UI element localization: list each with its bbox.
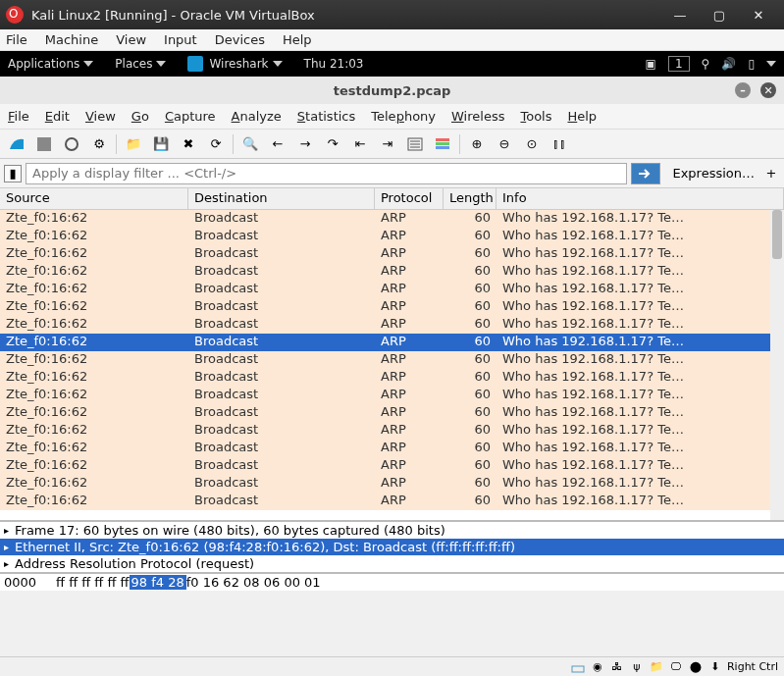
packet-row[interactable]: Zte_f0:16:62BroadcastARP60Who has 192.16… [0, 298, 784, 316]
vbox-menu-machine[interactable]: Machine [45, 32, 98, 47]
packet-row[interactable]: Zte_f0:16:62BroadcastARP60Who has 192.16… [0, 493, 784, 510]
gnome-places-menu[interactable]: Places [115, 57, 166, 71]
shared-folder-icon[interactable]: 📁 [649, 659, 664, 675]
resize-columns-icon[interactable]: ⫿⫿ [547, 132, 572, 156]
restart-button[interactable] [59, 132, 84, 156]
packet-row[interactable]: Zte_f0:16:62BroadcastARP60Who has 192.16… [0, 369, 784, 387]
ws-menu-help[interactable]: Help [567, 109, 597, 124]
vbox-menu-devices[interactable]: Devices [215, 32, 265, 47]
display-filter-input[interactable] [26, 163, 627, 184]
last-icon[interactable]: ⇥ [375, 132, 400, 156]
vbox-close-button[interactable]: ✕ [739, 0, 778, 29]
packet-row[interactable]: Zte_f0:16:62BroadcastARP60Who has 192.16… [0, 404, 784, 422]
packet-bytes-pane[interactable]: 0000 ff ff ff ff ff ff 98 f4 28 f0 16 62… [0, 572, 784, 591]
detail-row[interactable]: ▸Frame 17: 60 bytes on wire (480 bits), … [0, 522, 784, 539]
packet-row[interactable]: Zte_f0:16:62BroadcastARP60Who has 192.16… [0, 316, 784, 334]
packet-list-scrollbar[interactable] [770, 210, 784, 520]
gnome-top-panel: Applications Places Wireshark Thu 21:03 … [0, 51, 784, 77]
volume-icon[interactable]: 🔊 [721, 57, 736, 71]
zoom-reset-icon[interactable]: ⊙ [519, 132, 545, 156]
packet-row[interactable]: Zte_f0:16:62BroadcastARP60Who has 192.16… [0, 245, 784, 263]
packet-row[interactable]: Zte_f0:16:62BroadcastARP60Who has 192.16… [0, 457, 784, 475]
packet-row[interactable]: Zte_f0:16:62BroadcastARP60Who has 192.16… [0, 281, 784, 298]
svg-rect-0 [37, 137, 51, 151]
packet-row[interactable]: Zte_f0:16:62BroadcastARP60Who has 192.16… [0, 334, 784, 351]
column-length[interactable]: Length [444, 188, 497, 209]
battery-icon[interactable]: ▯ [748, 57, 755, 71]
fin-icon[interactable] [4, 132, 29, 156]
camera-icon[interactable]: ▣ [646, 57, 656, 71]
column-source[interactable]: Source [0, 188, 188, 209]
host-key-icon[interactable]: ⬇ [707, 659, 723, 675]
zoom-out-icon[interactable]: ⊖ [492, 132, 517, 156]
packet-row[interactable]: Zte_f0:16:62BroadcastARP60Who has 192.16… [0, 210, 784, 228]
filter-bookmark-icon[interactable]: ▮ [4, 165, 22, 182]
vbox-menu-input[interactable]: Input [164, 32, 197, 47]
first-icon[interactable]: ⇤ [347, 132, 373, 156]
packet-row[interactable]: Zte_f0:16:62BroadcastARP60Who has 192.16… [0, 422, 784, 440]
packet-row[interactable]: Zte_f0:16:62BroadcastARP60Who has 192.16… [0, 228, 784, 245]
wireshark-minimize-button[interactable]: – [735, 82, 751, 98]
packet-row[interactable]: Zte_f0:16:62BroadcastARP60Who has 192.16… [0, 351, 784, 369]
packet-row[interactable]: Zte_f0:16:62BroadcastARP60Who has 192.16… [0, 263, 784, 281]
goto-icon[interactable]: ↷ [320, 132, 345, 156]
column-info[interactable]: Info [497, 188, 784, 209]
packet-row[interactable]: Zte_f0:16:62BroadcastARP60Who has 192.16… [0, 475, 784, 493]
vbox-minimize-button[interactable]: — [660, 0, 700, 29]
ws-menu-tools[interactable]: Tools [520, 109, 551, 124]
packet-row[interactable]: Zte_f0:16:62BroadcastARP60Who has 192.16… [0, 440, 784, 457]
packet-row[interactable]: Zte_f0:16:62BroadcastARP60Who has 192.16… [0, 387, 784, 404]
vbox-menu-view[interactable]: View [116, 32, 146, 47]
vbox-menu-help[interactable]: Help [283, 32, 312, 47]
vbox-titlebar: Kali Linux2 [Running] - Oracle VM Virtua… [0, 0, 784, 29]
ws-menu-telephony[interactable]: Telephony [371, 109, 436, 124]
vbox-menu-file[interactable]: File [6, 32, 27, 47]
ws-menu-file[interactable]: File [8, 109, 29, 124]
ws-menu-go[interactable]: Go [131, 109, 149, 124]
colorize-icon[interactable] [430, 132, 455, 156]
optical-icon[interactable]: ◉ [590, 659, 605, 675]
open-icon[interactable]: 📁 [121, 132, 146, 156]
prev-icon[interactable]: ← [265, 132, 290, 156]
display-icon[interactable]: 🖵 [668, 659, 684, 675]
column-destination[interactable]: Destination [188, 188, 375, 209]
scrollbar-thumb[interactable] [772, 210, 782, 259]
expand-icon[interactable]: ▸ [4, 542, 9, 552]
close-file-icon[interactable]: ✖ [176, 132, 201, 156]
usb-icon[interactable]: ψ [629, 659, 645, 675]
next-icon[interactable]: → [292, 132, 318, 156]
hdd-icon[interactable] [570, 659, 586, 675]
workspace-indicator[interactable]: 1 [668, 56, 690, 72]
vbox-maximize-button[interactable]: ▢ [700, 0, 739, 29]
options-icon[interactable]: ⚙ [86, 132, 112, 156]
gnome-applications-menu[interactable]: Applications [8, 57, 93, 71]
gnome-current-app[interactable]: Wireshark [187, 56, 282, 72]
reload-icon[interactable]: ⟳ [203, 132, 229, 156]
detail-row[interactable]: ▸Address Resolution Protocol (request) [0, 555, 784, 572]
stop-button[interactable] [31, 132, 57, 156]
zoom-in-icon[interactable]: ⊕ [464, 132, 490, 156]
add-filter-button[interactable]: + [762, 166, 780, 181]
gnome-clock[interactable]: Thu 21:03 [304, 57, 364, 71]
network-icon[interactable]: 🖧 [609, 659, 625, 675]
column-protocol[interactable]: Protocol [375, 188, 444, 209]
autoscroll-icon[interactable] [402, 132, 428, 156]
system-menu-icon[interactable] [766, 61, 776, 67]
save-icon[interactable]: 💾 [148, 132, 174, 156]
svg-rect-7 [436, 142, 449, 145]
record-icon[interactable]: ⚲ [702, 57, 710, 71]
ws-menu-edit[interactable]: Edit [45, 109, 70, 124]
ws-menu-capture[interactable]: Capture [165, 109, 216, 124]
ws-menu-view[interactable]: View [85, 109, 116, 124]
detail-row[interactable]: ▸Ethernet II, Src: Zte_f0:16:62 (98:f4:2… [0, 539, 784, 555]
apply-filter-button[interactable] [631, 163, 660, 184]
ws-menu-analyze[interactable]: Analyze [232, 109, 282, 124]
ws-menu-statistics[interactable]: Statistics [297, 109, 355, 124]
wireshark-close-button[interactable]: ✕ [760, 82, 776, 98]
expand-icon[interactable]: ▸ [4, 525, 9, 536]
expression-button[interactable]: Expression… [664, 166, 762, 181]
recording-icon[interactable]: ⬤ [688, 659, 704, 675]
expand-icon[interactable]: ▸ [4, 558, 9, 569]
ws-menu-wireless[interactable]: Wireless [451, 109, 504, 124]
find-icon[interactable]: 🔍 [237, 132, 263, 156]
